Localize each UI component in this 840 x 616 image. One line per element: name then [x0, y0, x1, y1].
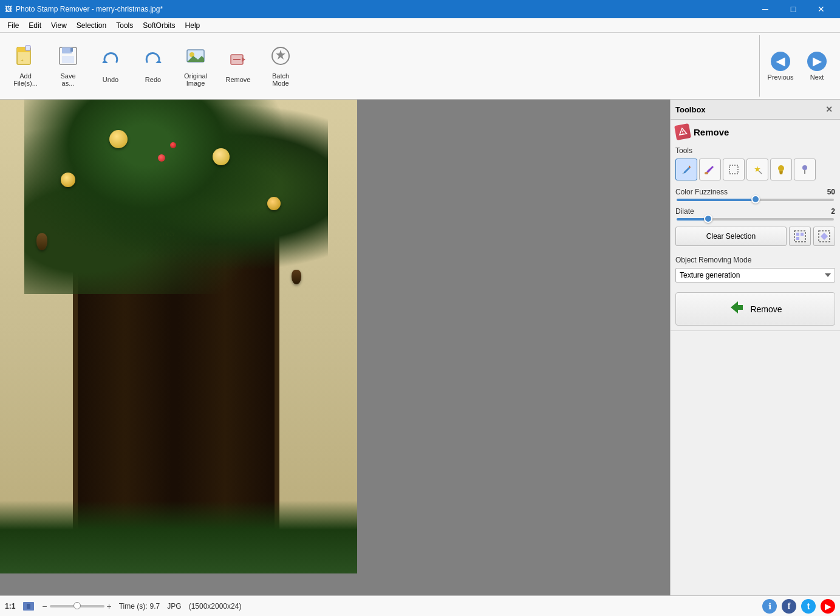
zoom-value: 1:1	[5, 602, 15, 611]
menu-file[interactable]: File	[2, 20, 24, 31]
svg-rect-25	[801, 233, 804, 236]
menu-softorbits[interactable]: SoftOrbits	[138, 20, 180, 31]
svg-line-15	[683, 131, 683, 132]
titlebar: 🖼 Photo Stamp Remover - merry-christmas.…	[0, 0, 840, 18]
bottom-greenery	[0, 501, 357, 573]
dilate-label: Dilate	[675, 207, 694, 216]
remove-header: Remove	[675, 125, 835, 139]
svg-rect-26	[796, 237, 799, 240]
info-button[interactable]: ℹ	[762, 599, 777, 614]
add-file-label: AddFile(s)...	[13, 72, 38, 87]
add-file-button[interactable]: + AddFile(s)...	[5, 39, 46, 94]
svg-rect-2	[26, 46, 30, 50]
toolbox-panel: Toolbox ✕ Remove Tools	[670, 100, 840, 595]
original-image-button[interactable]: OriginalImage	[175, 39, 216, 94]
svg-rect-5	[62, 47, 72, 53]
zoom-minimap-icon[interactable]	[22, 601, 35, 611]
toolbox-title: Toolbox	[675, 105, 706, 114]
menu-selection[interactable]: Selection	[72, 20, 111, 31]
undo-label: Undo	[103, 76, 118, 83]
menu-tools[interactable]: Tools	[111, 20, 138, 31]
facebook-button[interactable]: f	[782, 599, 796, 614]
next-label: Next	[810, 74, 824, 81]
minimize-button[interactable]: ─	[751, 0, 779, 18]
canvas-area[interactable]: STORANS	[0, 100, 670, 595]
previous-arrow-icon: ◀	[771, 52, 790, 71]
save-as-button[interactable]: Saveas...	[47, 39, 89, 94]
pencil-tool-button[interactable]	[675, 159, 697, 180]
facebook-icon: f	[788, 601, 791, 611]
ornament-4	[267, 197, 281, 210]
pine-cone-2	[292, 270, 301, 284]
zoom-slider-thumb[interactable]	[73, 602, 81, 609]
menu-edit[interactable]: Edit	[24, 20, 46, 31]
save-as-label: Saveas...	[60, 72, 75, 87]
zoom-plus-icon[interactable]: +	[107, 601, 112, 611]
canvas-image: STORANS	[0, 100, 357, 573]
zoom-slider-track[interactable]	[50, 605, 104, 607]
redo-icon	[142, 49, 164, 74]
color-fuzziness-track[interactable]	[677, 199, 834, 201]
undo-icon	[100, 49, 121, 74]
redo-button[interactable]: Redo	[132, 39, 174, 94]
original-image-label: OriginalImage	[184, 72, 207, 87]
main-layout: STORANS Toolbox ✕	[0, 100, 840, 595]
object-removing-mode-label: Object Removing Mode	[675, 256, 835, 264]
menu-help[interactable]: Help	[180, 20, 205, 31]
pine-cone-1	[36, 233, 47, 250]
batch-mode-label: BatchMode	[272, 72, 289, 87]
pin-tool-button[interactable]	[794, 159, 816, 180]
previous-button[interactable]: ◀ Previous	[762, 39, 799, 94]
remove-section-title: Remove	[694, 127, 729, 137]
toolbar: + AddFile(s)... Saveas... Undo	[0, 33, 840, 100]
remove-toolbar-button[interactable]: Remove	[217, 39, 259, 94]
dimensions-value: (1500x2000x24)	[189, 602, 242, 611]
svg-rect-23	[794, 231, 805, 242]
format-display: JPG	[167, 602, 181, 611]
svg-text:+: +	[21, 58, 24, 63]
select-tool-1-button[interactable]	[789, 227, 811, 246]
big-remove-button[interactable]: Remove	[675, 292, 835, 326]
svg-point-17	[705, 172, 708, 174]
next-button[interactable]: ▶ Next	[799, 39, 835, 94]
magic-wand-tool-button[interactable]	[746, 159, 768, 180]
time-display: Time (s): 9.7	[119, 602, 160, 611]
svg-rect-24	[796, 233, 799, 236]
nav-buttons: ◀ Previous ▶ Next	[759, 35, 835, 97]
app-icon: 🖼	[5, 5, 12, 13]
color-brush-tool-button[interactable]	[699, 159, 721, 180]
zoom-slider-control[interactable]: − +	[42, 601, 111, 611]
zoom-minus-icon[interactable]: −	[42, 601, 47, 611]
svg-rect-6	[62, 56, 74, 63]
dilate-thumb[interactable]	[704, 214, 712, 223]
menu-view[interactable]: View	[46, 20, 72, 31]
maximize-button[interactable]: □	[779, 0, 807, 18]
color-fuzziness-thumb[interactable]	[751, 195, 760, 204]
select-tool-2-button[interactable]	[813, 227, 835, 246]
youtube-button[interactable]: ▶	[821, 599, 835, 614]
remove-badge-icon	[674, 123, 691, 140]
redo-label: Redo	[145, 76, 161, 83]
youtube-icon: ▶	[825, 601, 831, 611]
batch-mode-button[interactable]: BatchMode	[260, 39, 301, 94]
removing-mode-select[interactable]: Texture generation Content-aware fill Sm…	[675, 268, 835, 282]
toolbox-close-button[interactable]: ✕	[823, 103, 835, 115]
dilate-track[interactable]	[677, 218, 834, 221]
berry-1	[158, 154, 165, 162]
remove-section: Remove Tools	[671, 120, 840, 331]
color-fuzziness-label: Color Fuzziness	[675, 188, 728, 196]
remove-toolbar-icon	[227, 49, 249, 74]
info-icon: ℹ	[768, 601, 771, 611]
color-fuzziness-value: 50	[827, 188, 835, 196]
zoom-display: 1:1	[5, 602, 15, 611]
original-image-icon	[185, 45, 207, 70]
close-button[interactable]: ✕	[807, 0, 835, 18]
twitter-button[interactable]: t	[801, 599, 816, 614]
clear-selection-button[interactable]: Clear Selection	[675, 227, 787, 246]
stamp-tool-button[interactable]	[770, 159, 792, 180]
format-value: JPG	[167, 602, 181, 611]
tools-row	[675, 159, 835, 180]
tools-label: Tools	[675, 146, 835, 155]
rect-select-tool-button[interactable]	[723, 159, 745, 180]
undo-button[interactable]: Undo	[90, 39, 131, 94]
